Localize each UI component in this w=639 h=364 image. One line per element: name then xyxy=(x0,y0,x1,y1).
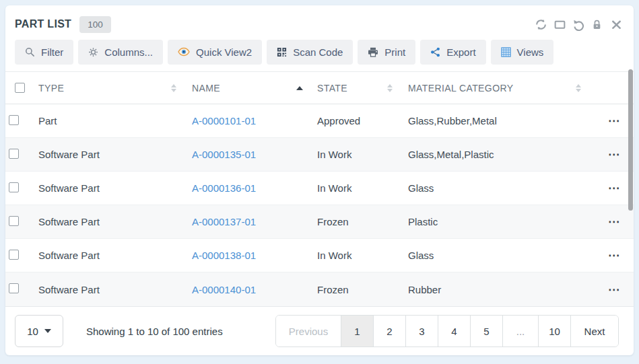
pagination-page-4[interactable]: 4 xyxy=(438,316,471,347)
pagination-page-1[interactable]: 1 xyxy=(341,316,374,347)
part-name-link[interactable]: A-0000137-01 xyxy=(192,216,256,227)
export-button[interactable]: Export xyxy=(420,40,485,65)
table-row: Software Part A-0000137-01 Frozen Plasti… xyxy=(5,205,634,239)
select-all-checkbox-cell xyxy=(5,72,35,104)
gear-icon xyxy=(88,47,98,57)
panel-header: PART LIST 100 xyxy=(5,5,634,36)
search-icon xyxy=(25,47,35,57)
views-label: Views xyxy=(517,46,544,58)
table-header: TYPE NAME STATE MATERIAL CATEGORY xyxy=(5,71,634,104)
column-label-type: TYPE xyxy=(38,83,64,94)
pagination-page-5[interactable]: 5 xyxy=(471,316,503,347)
share-icon xyxy=(430,47,440,57)
window-controls xyxy=(535,18,623,31)
row-checkbox[interactable] xyxy=(9,182,19,192)
table-footer: 10 Showing 1 to 10 of 100 entries Previo… xyxy=(5,306,634,355)
cell-state: Frozen xyxy=(314,216,405,227)
filter-label: Filter xyxy=(41,46,63,58)
pagination-page-10[interactable]: 10 xyxy=(539,316,571,347)
part-name-link[interactable]: A-0000140-01 xyxy=(192,284,256,295)
cell-material-category: Rubber xyxy=(405,284,593,295)
sort-icon xyxy=(576,84,581,92)
more-actions-icon[interactable]: ⋯ xyxy=(608,284,620,295)
table-body: Part A-0000101-01 Approved Glass,Rubber,… xyxy=(5,104,634,306)
more-actions-icon[interactable]: ⋯ xyxy=(608,216,620,227)
part-name-link[interactable]: A-0000138-01 xyxy=(192,250,256,261)
pagination-page-2[interactable]: 2 xyxy=(374,316,406,347)
lock-icon[interactable] xyxy=(591,18,604,31)
cell-type: Software Part xyxy=(35,284,189,295)
export-label: Export xyxy=(446,46,475,58)
pagination-ellipsis: ... xyxy=(503,316,539,347)
more-actions-icon[interactable]: ⋯ xyxy=(608,115,620,126)
more-actions-icon[interactable]: ⋯ xyxy=(608,182,620,194)
more-actions-icon[interactable]: ⋯ xyxy=(608,149,620,160)
sort-icon xyxy=(171,84,176,92)
window-icon[interactable] xyxy=(553,18,566,31)
sort-ascending-icon xyxy=(296,86,303,90)
column-header-type[interactable]: TYPE xyxy=(35,72,189,104)
columns-button[interactable]: Columns... xyxy=(78,40,163,65)
quick-view-label: Quick View2 xyxy=(196,46,252,58)
row-checkbox[interactable] xyxy=(9,250,19,260)
scan-code-button[interactable]: Scan Code xyxy=(267,40,353,65)
part-list-panel: PART LIST 100 Filter xyxy=(5,5,634,355)
part-name-link[interactable]: A-0000101-01 xyxy=(192,115,256,126)
row-checkbox[interactable] xyxy=(9,216,19,226)
cell-type: Part xyxy=(35,115,189,126)
cell-material-category: Glass xyxy=(405,182,593,194)
row-checkbox[interactable] xyxy=(9,283,19,293)
close-icon[interactable] xyxy=(610,18,623,31)
cell-state: Frozen xyxy=(314,284,405,295)
table-row: Software Part A-0000138-01 In Work Glass… xyxy=(5,239,634,272)
more-actions-icon[interactable]: ⋯ xyxy=(608,250,620,261)
eye-icon xyxy=(178,47,190,57)
select-all-checkbox[interactable] xyxy=(15,83,25,93)
column-label-name: NAME xyxy=(192,83,220,94)
table-row: Software Part A-0000140-01 Frozen Rubber… xyxy=(5,272,634,306)
table-row: Software Part A-0000135-01 In Work Glass… xyxy=(5,138,634,172)
table-row: Part A-0000101-01 Approved Glass,Rubber,… xyxy=(5,104,634,138)
columns-label: Columns... xyxy=(104,46,153,58)
column-header-material-category[interactable]: MATERIAL CATEGORY xyxy=(405,72,593,104)
showing-entries-text: Showing 1 to 10 of 100 entries xyxy=(86,326,223,337)
column-label-state: STATE xyxy=(317,83,347,94)
cell-state: In Work xyxy=(314,250,405,261)
cell-type: Software Part xyxy=(35,250,189,261)
table-row: Software Part A-0000136-01 In Work Glass… xyxy=(5,172,634,205)
qr-code-icon xyxy=(277,47,287,57)
vertical-scrollbar[interactable] xyxy=(628,69,633,211)
cell-type: Software Part xyxy=(35,149,189,160)
cell-material-category: Glass,Metal,Plastic xyxy=(405,149,593,160)
undo-icon[interactable] xyxy=(572,18,585,31)
page-size-select[interactable]: 10 xyxy=(15,315,63,347)
part-name-link[interactable]: A-0000135-01 xyxy=(192,149,256,160)
pagination-previous-button[interactable]: Previous xyxy=(276,316,341,347)
scan-code-label: Scan Code xyxy=(293,46,343,58)
column-header-name[interactable]: NAME xyxy=(189,72,314,104)
cell-state: Approved xyxy=(314,115,405,126)
row-checkbox[interactable] xyxy=(9,149,19,159)
row-checkbox[interactable] xyxy=(9,115,19,125)
cell-material-category: Glass,Rubber,Metal xyxy=(405,115,593,126)
cell-type: Software Part xyxy=(35,216,189,227)
cell-material-category: Plastic xyxy=(405,216,593,227)
pagination-page-3[interactable]: 3 xyxy=(406,316,438,347)
cell-state: In Work xyxy=(314,182,405,194)
page-size-value: 10 xyxy=(27,326,38,337)
refresh-icon[interactable] xyxy=(535,18,547,31)
column-header-state[interactable]: STATE xyxy=(314,72,405,104)
print-button[interactable]: Print xyxy=(358,40,415,65)
column-label-material-category: MATERIAL CATEGORY xyxy=(408,83,513,94)
views-button[interactable]: Views xyxy=(491,40,554,65)
quick-view-button[interactable]: Quick View2 xyxy=(168,40,262,65)
result-count-badge: 100 xyxy=(79,16,111,33)
cell-type: Software Part xyxy=(35,182,189,194)
print-label: Print xyxy=(384,46,405,58)
table-grid-icon xyxy=(501,47,511,57)
printer-icon xyxy=(368,47,378,57)
cell-material-category: Glass xyxy=(405,250,593,261)
filter-button[interactable]: Filter xyxy=(15,40,73,65)
pagination-next-button[interactable]: Next xyxy=(571,316,618,347)
part-name-link[interactable]: A-0000136-01 xyxy=(192,182,256,194)
